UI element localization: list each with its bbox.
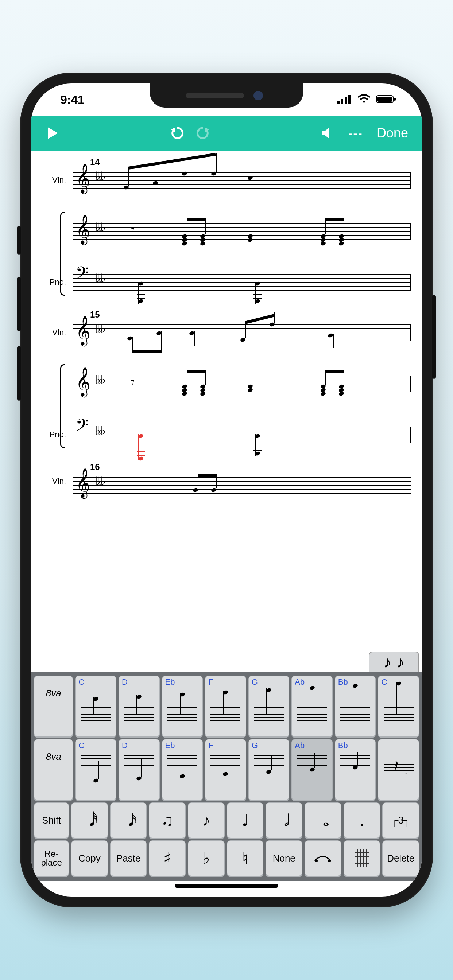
volume-button[interactable] — [316, 122, 338, 144]
pitch-key-ab-upper[interactable]: Ab — [292, 676, 333, 737]
instrument-label-violin: Vln. — [42, 175, 66, 185]
svg-rect-5 — [378, 97, 392, 102]
pitch-key-f-lower[interactable]: F — [205, 739, 246, 800]
notch — [150, 83, 303, 108]
treble-clef-icon: 𝄞 — [75, 216, 91, 242]
eighth-note-icon: ♪ — [396, 654, 405, 670]
eighth-note-icon: ♪ — [202, 812, 210, 828]
pitch-key-f-upper[interactable]: F — [205, 676, 246, 737]
wifi-icon — [357, 92, 371, 107]
rest-key[interactable]: 𝄽. — [378, 739, 419, 800]
key-signature: ♭♭♭ — [95, 221, 103, 233]
piano-treble-staff[interactable]: 𝄞 ♭♭♭ 𝄾 — [73, 215, 411, 248]
natural-key[interactable]: ♮ — [227, 840, 264, 876]
home-indicator[interactable] — [175, 884, 278, 888]
redo-button[interactable] — [192, 122, 214, 144]
pitch-key-d-upper[interactable]: D — [118, 676, 160, 737]
eighth-note-icon: ♪ — [383, 654, 391, 670]
duration-quarter-key[interactable]: ♩ — [227, 802, 264, 838]
pitch-key-c-lower[interactable]: C — [75, 739, 116, 800]
violin-staff[interactable]: 𝄞 ♭♭♭ — [73, 316, 411, 349]
paste-key[interactable]: Paste — [110, 840, 147, 876]
system-15[interactable]: 15 Vln. 𝄞 ♭♭♭ — [31, 310, 422, 462]
duration-sixteenth-key[interactable]: 𝅘𝅥𝅯 — [110, 802, 147, 838]
svg-marker-10 — [322, 128, 329, 138]
slur-key[interactable] — [305, 840, 341, 876]
svg-rect-3 — [348, 95, 351, 104]
svg-marker-7 — [48, 127, 58, 139]
status-time: 9:41 — [53, 92, 84, 107]
treble-clef-icon: 𝄞 — [75, 318, 91, 343]
quarter-note-icon: ♩ — [241, 812, 249, 828]
natural-icon: ♮ — [242, 850, 248, 866]
duration-half-key[interactable]: 𝅗𝅥 — [266, 802, 302, 838]
duration-whole-key[interactable]: 𝅝 — [305, 802, 341, 838]
bass-clef-icon: 𝄢 — [75, 265, 89, 285]
pitch-key-g-lower[interactable]: G — [248, 739, 290, 800]
key-signature: ♭♭♭ — [95, 425, 103, 436]
instrument-label-violin: Vln. — [42, 328, 66, 337]
pitch-key-bb-lower[interactable]: Bb — [335, 739, 376, 800]
svg-rect-0 — [337, 101, 340, 104]
tempo-display[interactable]: --- — [348, 126, 363, 140]
pitch-key-d-lower[interactable]: D — [118, 739, 160, 800]
octave-8va-key-lower[interactable]: 8va — [34, 739, 73, 800]
screen: 9:41 — [31, 83, 422, 897]
piano-treble-staff[interactable]: 𝄞 ♭♭♭ 𝄾 — [73, 367, 411, 400]
treble-clef-icon: 𝄞 — [75, 470, 91, 495]
violin-staff[interactable]: 𝄞 ♭♭♭ . — [73, 164, 411, 197]
chord-diagram-key[interactable] — [344, 840, 380, 876]
svg-rect-2 — [345, 97, 347, 104]
beamed-eighths-icon: ♫ — [161, 812, 173, 828]
bass-clef-icon: 𝄢 — [75, 417, 89, 438]
duration-tuplet-key[interactable]: ┌3┐ — [382, 802, 419, 838]
sharp-key[interactable]: ♯ — [149, 840, 186, 876]
music-keyboard: ♪ ♪ 8va C D Eb F G Ab Bb C 8va — [31, 672, 422, 881]
undo-button[interactable] — [166, 122, 188, 144]
volume-down-button — [17, 346, 21, 401]
editor-toolbar: --- Done — [31, 116, 422, 151]
duration-dot-key[interactable]: . — [344, 802, 380, 838]
key-signature: ♭♭♭ — [95, 323, 103, 334]
pitch-key-c-upper2[interactable]: C — [378, 676, 419, 737]
key-signature: ♭♭♭ — [95, 272, 103, 284]
cellular-icon — [337, 92, 352, 107]
copy-key[interactable]: Copy — [71, 840, 108, 876]
pitch-key-eb-lower[interactable]: Eb — [162, 739, 203, 800]
piano-bass-staff[interactable]: 𝄢 ♭♭♭ — [73, 266, 411, 299]
power-button — [432, 295, 436, 379]
replace-key[interactable]: Re- place — [34, 840, 69, 876]
duration-eighth-beamed-key[interactable]: ♫ — [149, 802, 186, 838]
pitch-key-c-upper[interactable]: C — [75, 676, 116, 737]
delete-key[interactable]: Delete — [382, 840, 419, 876]
done-button[interactable]: Done — [377, 126, 408, 141]
duration-thirty-second-key[interactable]: 𝅘𝅥𝅰 — [71, 802, 108, 838]
battery-icon — [376, 92, 396, 107]
system-14[interactable]: 14 Vln. 𝄞 ♭♭♭ — [31, 157, 422, 310]
piano-bass-staff[interactable]: 𝄢 ♭♭♭ — [73, 418, 411, 451]
octave-8va-key[interactable]: 8va — [34, 676, 73, 737]
flat-key[interactable]: ♭ — [188, 840, 225, 876]
pitch-key-eb-upper[interactable]: Eb — [162, 676, 203, 737]
svg-rect-1 — [341, 99, 343, 104]
pitch-key-g-upper[interactable]: G — [248, 676, 290, 737]
key-signature: ♭♭♭ — [95, 374, 103, 385]
tuplet-icon: ┌3┐ — [391, 815, 410, 826]
pitch-row-upper: 8va C D Eb F G Ab Bb C — [34, 676, 419, 737]
treble-clef-icon: 𝄞 — [75, 369, 91, 394]
silence-switch — [17, 226, 21, 255]
pitch-key-ab-lower[interactable]: Ab — [292, 739, 333, 800]
score-canvas[interactable]: 14 Vln. 𝄞 ♭♭♭ — [31, 151, 422, 672]
svg-point-12 — [328, 859, 331, 862]
pitch-key-bb-upper[interactable]: Bb — [335, 676, 376, 737]
system-16[interactable]: 16 Vln. 𝄞 ♭♭♭ — [31, 462, 422, 494]
violin-staff[interactable]: 𝄞 ♭♭♭ — [73, 468, 411, 494]
slur-icon — [313, 850, 333, 867]
duration-tab[interactable]: ♪ ♪ — [369, 652, 419, 672]
svg-point-11 — [315, 859, 318, 862]
none-key[interactable]: None — [266, 840, 302, 876]
chord-grid-icon — [354, 849, 369, 867]
duration-eighth-key[interactable]: ♪ — [188, 802, 225, 838]
play-button[interactable] — [42, 122, 64, 144]
shift-key[interactable]: Shift — [34, 802, 69, 838]
